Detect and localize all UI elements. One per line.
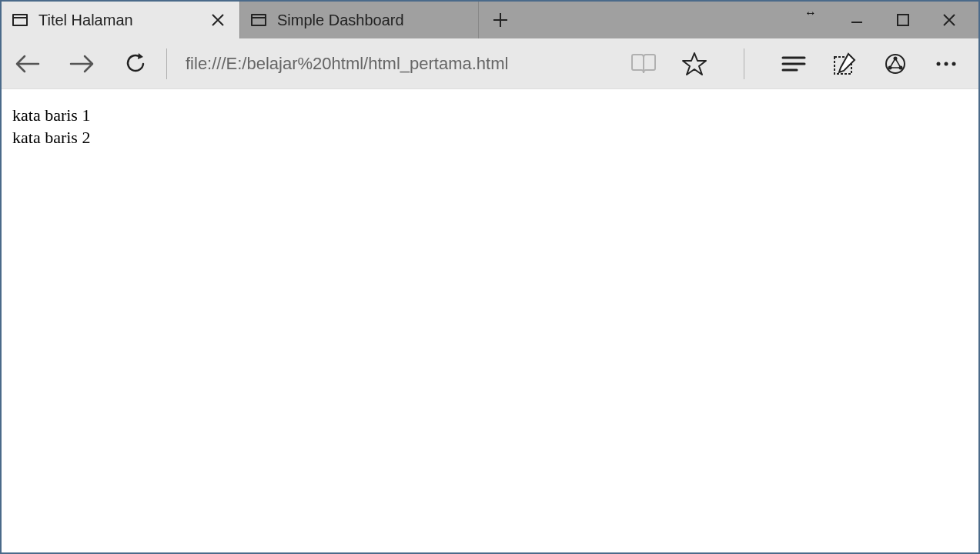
page-icon — [251, 14, 266, 26]
svg-point-7 — [945, 62, 948, 65]
minimize-button[interactable] — [846, 9, 868, 31]
close-tab-icon[interactable] — [207, 9, 229, 31]
divider — [166, 48, 167, 79]
tab-strip: Titel Halaman Simple Dashboard ↔ — [2, 2, 978, 38]
address-bar[interactable] — [181, 54, 628, 74]
tab-title: Simple Dashboard — [277, 12, 467, 29]
notes-icon[interactable] — [829, 48, 860, 79]
back-button[interactable] — [11, 47, 45, 81]
text-line: kata baris 1 — [12, 105, 968, 127]
new-tab-button[interactable] — [479, 2, 522, 38]
tab-inactive[interactable]: Simple Dashboard — [240, 2, 479, 38]
toolbar — [2, 38, 978, 89]
reading-view-icon[interactable] — [628, 48, 659, 79]
close-window-button[interactable] — [938, 9, 960, 31]
resize-icon: ↔ — [804, 6, 817, 20]
svg-point-8 — [952, 62, 956, 65]
share-icon[interactable] — [880, 48, 911, 79]
tab-active[interactable]: Titel Halaman — [2, 2, 240, 38]
nav-group — [11, 47, 152, 81]
page-icon — [12, 14, 28, 26]
browser-window: Titel Halaman Simple Dashboard ↔ — [0, 0, 980, 554]
window-controls — [846, 2, 978, 38]
text-line: kata baris 2 — [12, 127, 968, 149]
refresh-button[interactable] — [119, 47, 152, 81]
hub-icon[interactable] — [778, 48, 809, 79]
divider — [744, 48, 744, 79]
page-content: kata baris 1 kata baris 2 — [2, 89, 978, 552]
forward-button[interactable] — [65, 47, 99, 81]
more-icon[interactable] — [931, 48, 962, 79]
toolbar-right — [628, 48, 969, 79]
tab-title: Titel Halaman — [38, 12, 201, 29]
svg-point-6 — [937, 62, 941, 65]
favorites-icon[interactable] — [679, 48, 710, 79]
maximize-button[interactable] — [892, 9, 914, 31]
svg-rect-0 — [898, 15, 908, 25]
